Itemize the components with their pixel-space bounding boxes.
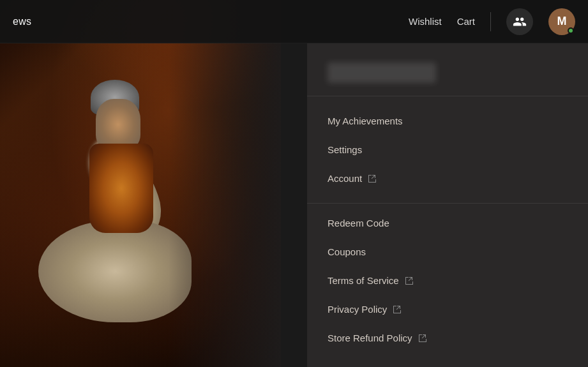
wishlist-link[interactable]: Wishlist <box>409 16 442 27</box>
cart-link[interactable]: Cart <box>457 16 475 27</box>
header-divider <box>490 12 491 31</box>
menu-item-tos[interactable]: Terms of Service <box>307 266 588 295</box>
header-right: Wishlist Cart M <box>409 8 575 35</box>
avatar-letter: M <box>557 15 567 28</box>
external-link-icon-tos <box>404 276 414 286</box>
menu-item-redeem[interactable]: Redeem Code <box>307 209 588 237</box>
menu-section-1: My Achievements Settings Account <box>307 101 588 198</box>
avatar-button[interactable]: M <box>548 8 575 35</box>
user-dropdown-panel: My Achievements Settings Account Redeem … <box>307 43 588 367</box>
people-icon <box>513 15 527 29</box>
header: ews Wishlist Cart M <box>0 0 588 43</box>
menu-item-account[interactable]: Account <box>307 164 588 193</box>
header-left: ews <box>13 16 409 27</box>
bg-fade-overlay <box>0 0 281 367</box>
menu-item-privacy[interactable]: Privacy Policy <box>307 295 588 324</box>
external-link-icon-privacy <box>392 304 402 315</box>
nav-label: ews <box>13 16 31 27</box>
menu-item-settings[interactable]: Settings <box>307 135 588 164</box>
external-link-icon-refund <box>418 333 428 343</box>
friends-button[interactable] <box>506 8 533 35</box>
menu-item-refund[interactable]: Store Refund Policy <box>307 324 588 352</box>
menu-item-coupons[interactable]: Coupons <box>307 237 588 266</box>
online-indicator <box>568 27 574 34</box>
user-info-section <box>307 56 588 96</box>
user-info-blurred <box>328 63 436 83</box>
menu-item-achievements[interactable]: My Achievements <box>307 107 588 135</box>
external-link-icon <box>367 174 377 184</box>
menu-section-2: Redeem Code Coupons Terms of Service Pri… <box>307 203 588 357</box>
background-image <box>0 0 281 367</box>
